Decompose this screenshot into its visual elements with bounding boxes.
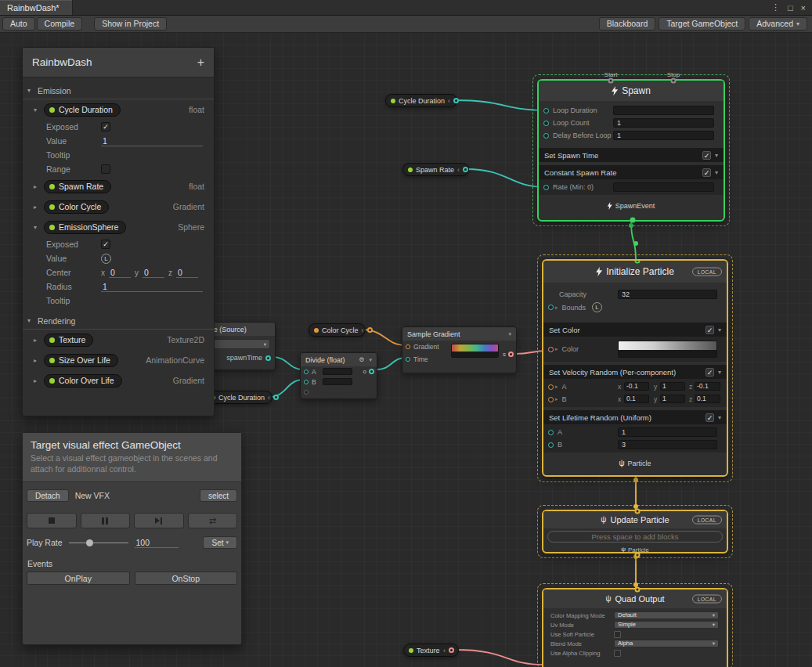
select-button[interactable]: select xyxy=(200,489,237,502)
divide-node-header[interactable]: Divide (float) ⚙ ▾ xyxy=(301,353,377,366)
add-input-port[interactable] xyxy=(304,390,309,395)
onplay-button[interactable]: OnPlay xyxy=(27,571,130,585)
chevron-down-icon[interactable]: ▾ xyxy=(34,224,44,231)
param-size-over-life[interactable]: ▸ Size Over Life AnimationCurve xyxy=(23,350,214,370)
maximize-icon[interactable]: □ xyxy=(788,3,793,13)
output-port[interactable] xyxy=(265,355,271,361)
output-port[interactable] xyxy=(508,352,514,357)
float-input-port[interactable] xyxy=(543,108,549,114)
close-icon[interactable]: × xyxy=(801,3,806,13)
enabled-checkbox[interactable]: ✓ xyxy=(706,368,714,377)
color-input-port[interactable] xyxy=(548,347,554,352)
enabled-checkbox[interactable]: ✓ xyxy=(702,168,711,177)
param-node-spawn-rate[interactable]: Spawn Rate ‹ xyxy=(402,163,469,176)
spawn-stop-port[interactable] xyxy=(671,78,677,84)
time-input-port[interactable] xyxy=(406,357,410,362)
window-tab[interactable]: RainbwDash* xyxy=(0,0,73,15)
onstop-button[interactable]: OnStop xyxy=(135,571,238,585)
target-gameobject-toggle-button[interactable]: Target GameObject xyxy=(659,17,745,31)
x-field[interactable]: 0.1 xyxy=(624,395,649,403)
sample-gradient-node[interactable]: Sample Gradient ▾ Gradient Time s xyxy=(402,326,517,373)
initialize-node-header[interactable]: Initialize Particle LOCAL xyxy=(543,261,727,283)
center-z-field[interactable]: 0 xyxy=(176,267,198,278)
param-node-cycle-duration-2[interactable]: Cycle Duration ‹ xyxy=(205,391,272,404)
param-texture[interactable]: ▸ Texture Texture2D xyxy=(23,330,214,350)
enabled-checkbox[interactable]: ✓ xyxy=(702,151,711,160)
spawn-context-node[interactable]: Start Stop Spawn Loop Duration Loop Coun… xyxy=(537,79,725,222)
param-spawn-rate[interactable]: ▸ Spawn Rate float xyxy=(23,176,214,196)
category-emission[interactable]: ▾ Emission xyxy=(23,82,214,99)
output-port[interactable] xyxy=(463,167,468,172)
update-node-header[interactable]: ψ Update Particle LOCAL xyxy=(543,511,727,528)
play-rate-slider[interactable] xyxy=(69,538,128,547)
local-space-badge[interactable]: L xyxy=(592,302,602,312)
chevron-down-icon[interactable]: ▾ xyxy=(508,331,511,337)
output-port[interactable] xyxy=(449,647,454,653)
update-input-port[interactable] xyxy=(635,509,641,514)
chevron-right-icon[interactable]: ▸ xyxy=(555,384,558,390)
float-input-port[interactable] xyxy=(548,442,554,448)
show-in-project-button[interactable]: Show in Project xyxy=(94,17,167,31)
local-space-badge[interactable]: L xyxy=(101,254,111,264)
b-input-port[interactable] xyxy=(304,380,309,384)
loop-count-field[interactable]: 1 xyxy=(613,118,714,128)
set-spawn-time-block[interactable]: Set Spawn Time ✓ ▾ xyxy=(539,148,724,162)
a-field[interactable] xyxy=(323,368,352,375)
float-input-port[interactable] xyxy=(548,430,554,435)
set-velocity-random-block[interactable]: Set Velocity Random (Per-component) ✓ ▾ xyxy=(543,365,727,379)
collapse-icon[interactable]: ‹ xyxy=(457,166,460,174)
uv-mode-dropdown[interactable]: Simple▾ xyxy=(614,621,719,629)
chevron-right-icon[interactable]: ▸ xyxy=(34,183,44,190)
initialize-output-port[interactable] xyxy=(635,476,641,478)
float-input-port[interactable] xyxy=(543,133,549,139)
chevron-down-icon[interactable]: ▾ xyxy=(715,169,718,176)
lifetime-b-field[interactable]: 3 xyxy=(618,440,717,449)
particle-output[interactable]: ψ Particle xyxy=(543,456,727,471)
gear-icon[interactable]: ⚙ xyxy=(359,356,364,363)
value-field[interactable]: 1 xyxy=(101,135,203,146)
z-field[interactable]: -0.1 xyxy=(695,382,720,391)
chevron-down-icon[interactable]: ▾ xyxy=(27,87,38,94)
chevron-right-icon[interactable]: ▸ xyxy=(34,357,44,364)
delay-field[interactable]: 1 xyxy=(613,131,714,140)
set-rate-button[interactable]: Set▾ xyxy=(203,536,237,549)
auto-button[interactable]: Auto xyxy=(2,17,35,31)
radius-field[interactable]: 1 xyxy=(101,281,203,292)
stop-button[interactable] xyxy=(27,513,77,528)
chevron-down-icon[interactable]: ▾ xyxy=(369,357,372,363)
blend-mode-dropdown[interactable]: Alpha▾ xyxy=(614,640,719,647)
color-mapping-dropdown[interactable]: Default▾ xyxy=(614,611,719,619)
collapse-icon[interactable]: ‹ xyxy=(443,647,446,654)
float-input-port[interactable] xyxy=(543,185,549,190)
param-cycle-duration[interactable]: ▾ Cycle Duration float xyxy=(23,99,214,120)
initialize-context-node[interactable]: Initialize Particle LOCAL Capacity 32 ▸ … xyxy=(542,259,728,477)
chevron-down-icon[interactable]: ▾ xyxy=(27,317,38,324)
update-context-node[interactable]: ψ Update Particle LOCAL Press space to a… xyxy=(542,510,728,553)
collapse-icon[interactable]: ‹ xyxy=(448,97,450,105)
rate-field[interactable] xyxy=(613,182,714,192)
chevron-right-icon[interactable]: ▸ xyxy=(555,346,558,352)
center-x-field[interactable]: 0 xyxy=(109,267,131,278)
enabled-checkbox[interactable]: ✓ xyxy=(706,326,714,334)
chevron-down-icon[interactable]: ▾ xyxy=(718,369,721,376)
loop-duration-field[interactable] xyxy=(613,106,714,115)
restart-button[interactable]: ⇄ xyxy=(188,513,238,528)
set-color-block[interactable]: Set Color ✓ ▾ xyxy=(543,323,727,337)
color-gradient-field[interactable] xyxy=(618,341,717,358)
z-field[interactable]: 0.1 xyxy=(695,395,720,403)
spawn-event-output[interactable]: SpawnEvent xyxy=(539,198,724,214)
capacity-field[interactable]: 32 xyxy=(618,290,717,299)
divide-node[interactable]: Divide (float) ⚙ ▾ A o B xyxy=(300,352,377,399)
spawn-node-header[interactable]: Spawn xyxy=(539,81,724,101)
range-checkbox[interactable] xyxy=(101,164,110,174)
add-block-placeholder[interactable]: Press space to add blocks xyxy=(547,531,723,543)
center-y-field[interactable]: 0 xyxy=(143,267,164,278)
param-color-over-life[interactable]: ▸ Color Over Life Gradient xyxy=(23,370,214,391)
output-port[interactable] xyxy=(453,98,459,103)
output-port[interactable] xyxy=(367,327,373,333)
constant-spawn-rate-block[interactable]: Constant Spawn Rate ✓ ▾ xyxy=(539,165,724,179)
chevron-down-icon[interactable]: ▾ xyxy=(718,326,721,334)
x-field[interactable]: -0.1 xyxy=(624,382,649,391)
detach-button[interactable]: Detach xyxy=(27,489,69,502)
y-field[interactable]: 1 xyxy=(660,395,685,403)
